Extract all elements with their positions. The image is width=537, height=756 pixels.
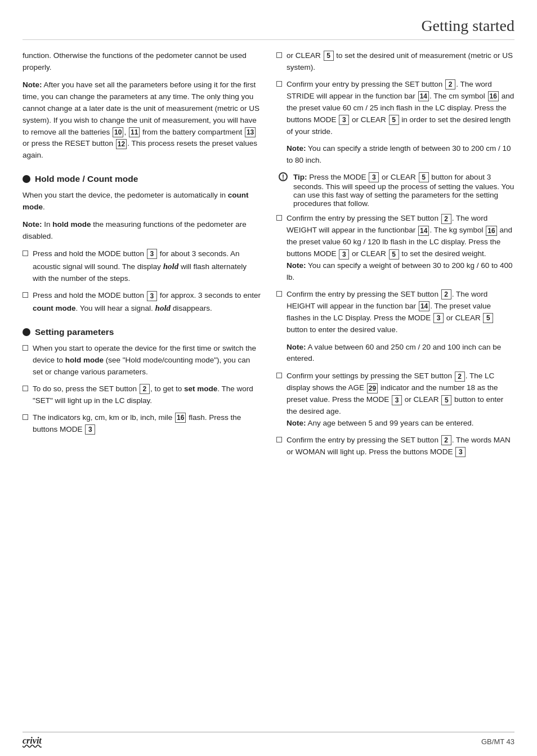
- tip-icon: !: [279, 172, 288, 181]
- page: Getting started function. Otherwise the …: [0, 0, 537, 756]
- list-bullet: [276, 291, 282, 297]
- list-bullet: [276, 81, 282, 87]
- list-bullet: [23, 414, 28, 420]
- right-column: or CLEAR 5 to set the desired unit of me…: [276, 50, 514, 464]
- page-title: Getting started: [421, 17, 514, 34]
- page-footer: crivit GB/MT 43: [23, 732, 514, 746]
- right-list-3: Confirm your settings by pressing the SE…: [276, 370, 514, 458]
- left-column: function. Otherwise the functions of the…: [23, 50, 261, 464]
- list-item: Confirm the entry by pressing the SET bu…: [276, 213, 514, 284]
- tip-row: ! Tip: Press the MODE 3 or CLEAR 5 butto…: [276, 172, 514, 208]
- list-bullet: [23, 345, 28, 351]
- list-item: Confirm your entry by pressing the SET b…: [276, 79, 514, 138]
- list-bullet: [23, 292, 28, 298]
- list-bullet: [276, 437, 282, 442]
- list-bullet: [276, 52, 282, 58]
- list-bullet: [276, 215, 282, 221]
- brand-logo: crivit: [23, 736, 42, 746]
- hold-mode-note: Note: In hold mode the measuring functio…: [23, 219, 261, 243]
- list-item: or CLEAR 5 to set the desired unit of me…: [276, 50, 514, 74]
- bullet-icon: [23, 328, 30, 336]
- intro-p1: function. Otherwise the functions of the…: [23, 50, 261, 74]
- intro-p2: Note: After you have set all the paramet…: [23, 79, 261, 162]
- list-item: When you start to operate the device for…: [23, 343, 261, 378]
- hold-mode-heading: Hold mode / Count mode: [23, 174, 261, 184]
- hold-mode-intro: When you start the device, the pedometer…: [23, 190, 261, 213]
- two-column-layout: function. Otherwise the functions of the…: [23, 50, 514, 464]
- page-number: GB/MT 43: [481, 737, 514, 746]
- height-note: Note: A value between 60 and 250 cm / 20…: [276, 342, 514, 365]
- list-item: To do so, press the SET button 2, to get…: [23, 383, 261, 407]
- list-item: Confirm the entry by pressing the SET bu…: [276, 435, 514, 458]
- list-item: Confirm the entry by pressing the SET bu…: [276, 289, 514, 336]
- stride-note: Note: You can specify a stride length of…: [276, 143, 514, 167]
- list-item: Press and hold the MODE button 3 for app…: [23, 290, 261, 315]
- list-item: The indicators kg, cm, km or lb, inch, m…: [23, 412, 261, 436]
- bullet-icon: [23, 175, 30, 183]
- list-item: Confirm your settings by pressing the SE…: [276, 370, 514, 430]
- list-bullet: [276, 373, 282, 378]
- setting-params-heading: Setting parameters: [23, 327, 261, 337]
- page-header: Getting started: [23, 17, 514, 40]
- right-list: or CLEAR 5 to set the desired unit of me…: [276, 50, 514, 137]
- setting-params-list: When you start to operate the device for…: [23, 343, 261, 435]
- hold-mode-list: Press and hold the MODE button 3 for abo…: [23, 248, 261, 315]
- list-bullet: [23, 250, 28, 256]
- list-bullet: [23, 386, 28, 391]
- list-item: Press and hold the MODE button 3 for abo…: [23, 248, 261, 285]
- right-list-2: Confirm the entry by pressing the SET bu…: [276, 213, 514, 335]
